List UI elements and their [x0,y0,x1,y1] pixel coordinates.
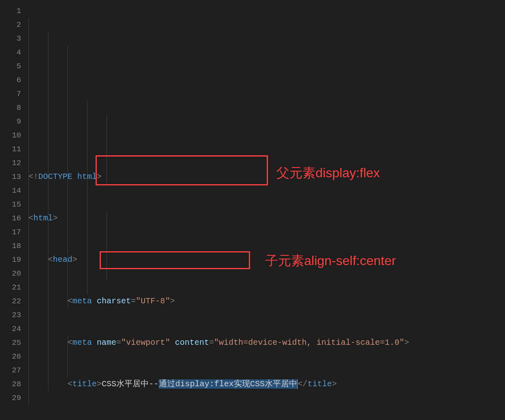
line-number: 12 [0,156,21,170]
line-number: 8 [0,101,21,115]
line-number: 7 [0,87,21,101]
code-line[interactable]: <title>CSS水平居中--通过display:flex实现CSS水平居中<… [28,377,505,391]
line-number: 18 [0,239,21,253]
line-number: 27 [0,363,21,377]
line-number: 26 [0,350,21,363]
code-editor[interactable]: 1 2 3 4 5 6 7 8 9 10 11 12 13 14 15 16 1… [0,0,505,420]
line-number: 13 [0,170,21,184]
code-line[interactable]: <!DOCTYPE html> [28,170,505,184]
line-number: 22 [0,294,21,308]
code-line[interactable]: <meta charset="UTF-8"> [28,294,505,308]
line-number: 24 [0,322,21,336]
line-number: 28 [0,377,21,391]
line-number: 5 [0,59,21,73]
code-line[interactable]: <html> [28,211,505,225]
line-number: 19 [0,253,21,267]
line-number: 21 [0,281,21,294]
line-number: 17 [0,225,21,239]
line-number: 6 [0,73,21,87]
line-number: 3 [0,32,21,46]
line-number: 25 [0,336,21,350]
line-number: 14 [0,184,21,198]
line-number: 15 [0,198,21,211]
line-number: 20 [0,267,21,281]
line-number: 4 [0,46,21,59]
line-number: 11 [0,142,21,156]
line-number: 23 [0,308,21,322]
line-number: 29 [0,391,21,405]
line-number: 10 [0,128,21,142]
line-number: 1 [0,4,21,18]
line-number: 16 [0,211,21,225]
line-number: 9 [0,115,21,128]
selected-text: 通过display:flex实现CSS水平居中 [159,379,298,389]
line-number: 2 [0,18,21,32]
line-number-gutter: 1 2 3 4 5 6 7 8 9 10 11 12 13 14 15 16 1… [0,4,28,420]
code-line[interactable]: <head> [28,253,505,267]
code-area[interactable]: <!DOCTYPE html> <html> <head> <meta char… [28,4,505,420]
code-line[interactable]: <meta name="viewport" content="width=dev… [28,336,505,350]
